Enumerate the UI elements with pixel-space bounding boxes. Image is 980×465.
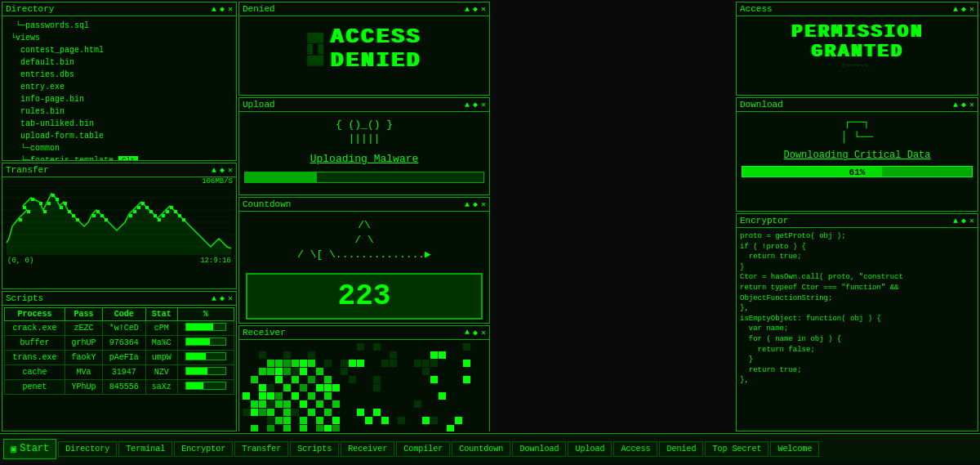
directory-title: Directory bbox=[6, 4, 54, 14]
transfer-close[interactable]: ✕ bbox=[228, 165, 233, 175]
taskbar-download[interactable]: Download bbox=[512, 441, 566, 457]
transfer-header: Transfer ▲ ◆ ✕ bbox=[2, 163, 236, 177]
taskbar-countdown[interactable]: Countdown bbox=[452, 441, 510, 457]
access-controls[interactable]: ▲ ◆ ✕ bbox=[953, 4, 974, 14]
upload-controls[interactable]: ▲ ◆ ✕ bbox=[465, 100, 486, 110]
denied-text2: DENIED bbox=[330, 49, 421, 73]
access-header: Access ▲ ◆ ✕ bbox=[737, 2, 978, 16]
denied-text-block: ACCESS DENIED bbox=[330, 25, 421, 72]
directory-move[interactable]: ◆ bbox=[220, 4, 225, 14]
countdown-up[interactable]: ▲ bbox=[465, 200, 470, 209]
access-move[interactable]: ◆ bbox=[961, 4, 966, 14]
access-close[interactable]: ✕ bbox=[969, 4, 974, 14]
taskbar-encryptor[interactable]: Encryptor bbox=[174, 441, 233, 457]
taskbar-upload[interactable]: Upload bbox=[568, 441, 612, 457]
encryptor-move[interactable]: ◆ bbox=[961, 216, 966, 226]
transfer-chart bbox=[2, 186, 233, 255]
encryptor-close[interactable]: ✕ bbox=[969, 216, 974, 226]
receiver-move[interactable]: ◆ bbox=[473, 328, 478, 338]
transfer-title: Transfer bbox=[6, 165, 49, 175]
taskbar-top-secret[interactable]: Top Secret bbox=[705, 441, 768, 457]
receiver-title: Receiver bbox=[243, 328, 286, 338]
encryptor-up[interactable]: ▲ bbox=[953, 217, 958, 226]
transfer-time: 12:9:16 bbox=[200, 257, 231, 265]
upload-label: Uploading Malware bbox=[239, 150, 489, 168]
taskbar-directory[interactable]: Directory bbox=[58, 441, 117, 457]
table-row: crack.exe zEZC *w!CeD cPM bbox=[5, 321, 234, 336]
taskbar-terminal[interactable]: Terminal bbox=[118, 441, 172, 457]
directory-content: └─passwords.sql └views contest_page.html… bbox=[2, 16, 236, 161]
upload-close[interactable]: ✕ bbox=[481, 100, 486, 110]
countdown-header: Countdown ▲ ◆ ✕ bbox=[239, 198, 489, 212]
scripts-controls[interactable]: ▲ ◆ ✕ bbox=[212, 293, 233, 303]
start-icon: ▣ bbox=[11, 443, 16, 455]
cell-pct bbox=[177, 321, 234, 336]
encryptor-controls[interactable]: ▲ ◆ ✕ bbox=[953, 216, 974, 226]
transfer-rate: 106MB/S bbox=[2, 177, 236, 186]
table-row: cache MVa 31947 NZV bbox=[5, 365, 234, 380]
taskbar-denied[interactable]: Denied bbox=[659, 441, 703, 457]
denied-move[interactable]: ◆ bbox=[473, 4, 478, 14]
countdown-move[interactable]: ◆ bbox=[473, 199, 478, 209]
start-label: Start bbox=[20, 443, 49, 454]
scripts-close[interactable]: ✕ bbox=[228, 293, 233, 303]
start-button[interactable]: ▣ Start bbox=[3, 439, 56, 459]
download-move[interactable]: ◆ bbox=[961, 100, 966, 110]
scripts-header: Scripts ▲ ◆ ✕ bbox=[2, 292, 236, 306]
receiver-controls[interactable]: ▲ ◆ ✕ bbox=[465, 328, 486, 338]
taskbar-transfer[interactable]: Transfer bbox=[234, 441, 288, 457]
cell-pct bbox=[177, 365, 234, 380]
directory-header: Directory ▲ ◆ ✕ bbox=[2, 2, 236, 16]
directory-close[interactable]: ✕ bbox=[228, 4, 233, 14]
access-content: PERMISSION GRANTED ○~~~~~. bbox=[737, 16, 978, 77]
taskbar-access[interactable]: Access bbox=[613, 441, 657, 457]
receiver-panel: Receiver ▲ ◆ ✕ bbox=[238, 325, 490, 431]
transfer-controls[interactable]: ▲ ◆ ✕ bbox=[212, 165, 233, 175]
cell-pass: faokY bbox=[65, 351, 103, 365]
denied-close[interactable]: ✕ bbox=[481, 4, 486, 14]
denied-controls[interactable]: ▲ ◆ ✕ bbox=[465, 4, 486, 14]
countdown-title: Countdown bbox=[243, 199, 291, 209]
mid-left-column: Denied ▲ ◆ ✕ ▓▓▓▓ ▓▓▓▓ ACCESS DENIED Upl… bbox=[238, 2, 490, 431]
upload-up[interactable]: ▲ bbox=[465, 101, 470, 110]
download-controls[interactable]: ▲ ◆ ✕ bbox=[953, 100, 974, 110]
scripts-content: Process Pass Code Stat % crack.exe zEZC … bbox=[2, 306, 236, 396]
directory-controls[interactable]: ▲ ◆ ✕ bbox=[212, 4, 233, 14]
cell-code: *w!CeD bbox=[102, 321, 145, 336]
scripts-move[interactable]: ◆ bbox=[220, 293, 225, 303]
download-close[interactable]: ✕ bbox=[969, 100, 974, 110]
cell-pass: YPhUp bbox=[65, 380, 103, 395]
countdown-value: 223 bbox=[246, 273, 483, 320]
directory-up[interactable]: ▲ bbox=[212, 5, 216, 14]
download-content: ┌──┐ │ └── Downloading Critical Data 61% bbox=[737, 112, 978, 177]
cell-pct bbox=[177, 351, 234, 365]
denied-up[interactable]: ▲ bbox=[465, 5, 470, 14]
access-title: Access bbox=[740, 4, 773, 14]
cell-code: 31947 bbox=[102, 365, 145, 380]
denied-icon-art: ▓▓▓▓ ▓▓▓▓ bbox=[307, 32, 323, 67]
cell-pass: MVa bbox=[65, 365, 103, 380]
cell-stat: cPM bbox=[145, 321, 177, 336]
transfer-move[interactable]: ◆ bbox=[220, 165, 225, 175]
denied-header: Denied ▲ ◆ ✕ bbox=[239, 2, 489, 16]
encryptor-title: Encryptor bbox=[740, 216, 788, 226]
transfer-up[interactable]: ▲ bbox=[212, 166, 216, 175]
upload-ascii-art: { ()_() } ||||| bbox=[239, 112, 489, 150]
scripts-up[interactable]: ▲ bbox=[212, 294, 216, 303]
taskbar-scripts[interactable]: Scripts bbox=[290, 441, 339, 457]
receiver-up[interactable]: ▲ bbox=[465, 328, 470, 337]
taskbar-receiver[interactable]: Receiver bbox=[341, 441, 394, 457]
taskbar-welcome[interactable]: Welcome bbox=[770, 441, 819, 457]
cell-pct bbox=[177, 380, 234, 395]
countdown-controls[interactable]: ▲ ◆ ✕ bbox=[465, 199, 486, 209]
receiver-close[interactable]: ✕ bbox=[481, 328, 486, 338]
table-row: penet YPhUp 845556 saXz bbox=[5, 380, 234, 395]
taskbar-compiler[interactable]: Compiler bbox=[396, 441, 450, 457]
scripts-table: Process Pass Code Stat % crack.exe zEZC … bbox=[4, 307, 234, 395]
access-decoration: ○~~~~~. bbox=[740, 62, 974, 70]
download-up[interactable]: ▲ bbox=[953, 101, 958, 110]
countdown-close[interactable]: ✕ bbox=[481, 199, 486, 209]
access-up[interactable]: ▲ bbox=[953, 5, 958, 14]
cell-pct bbox=[177, 336, 234, 351]
upload-move[interactable]: ◆ bbox=[473, 100, 478, 110]
